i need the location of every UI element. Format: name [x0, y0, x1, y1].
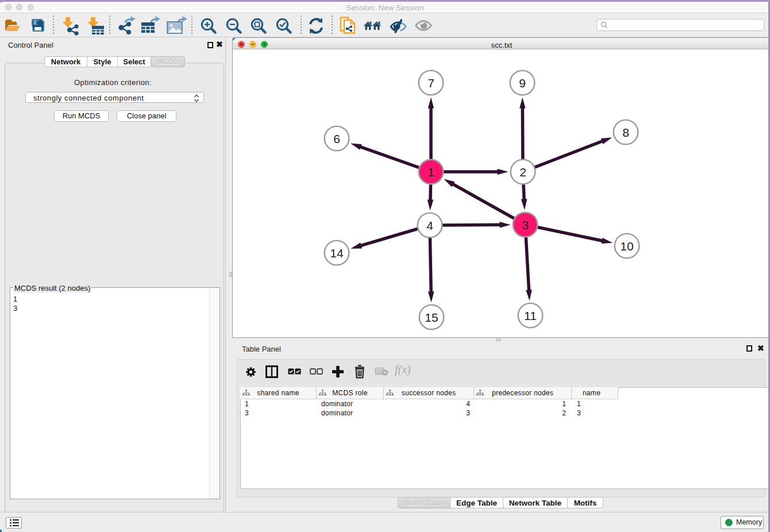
svg-text:10: 10: [620, 240, 633, 253]
svg-text:15: 15: [425, 311, 438, 324]
svg-text:9: 9: [519, 76, 526, 90]
svg-text:11: 11: [524, 309, 537, 322]
svg-text:14: 14: [330, 246, 344, 260]
svg-text:4: 4: [426, 219, 433, 232]
svg-text:6: 6: [333, 132, 340, 145]
svg-text:2: 2: [519, 165, 526, 179]
svg-text:8: 8: [622, 126, 629, 139]
svg-text:3: 3: [522, 218, 529, 232]
svg-text:7: 7: [428, 76, 434, 90]
svg-text:1: 1: [428, 165, 434, 179]
